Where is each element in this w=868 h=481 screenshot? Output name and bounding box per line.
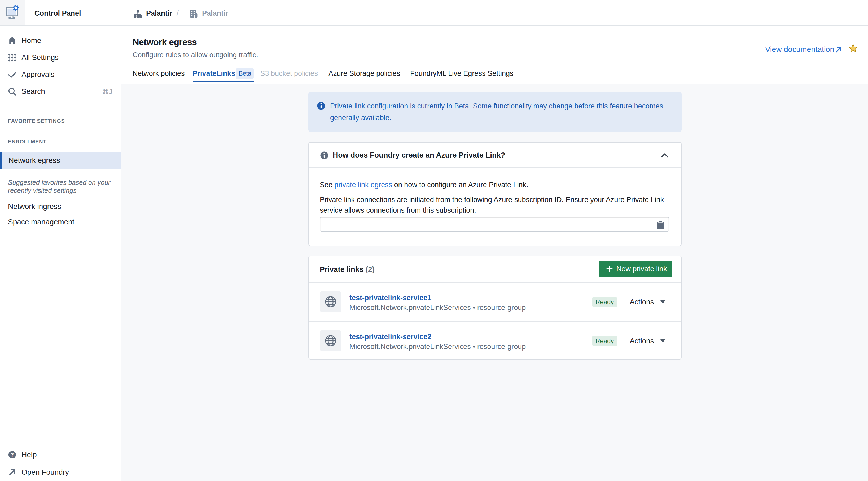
svg-text:?: ? xyxy=(10,452,14,458)
